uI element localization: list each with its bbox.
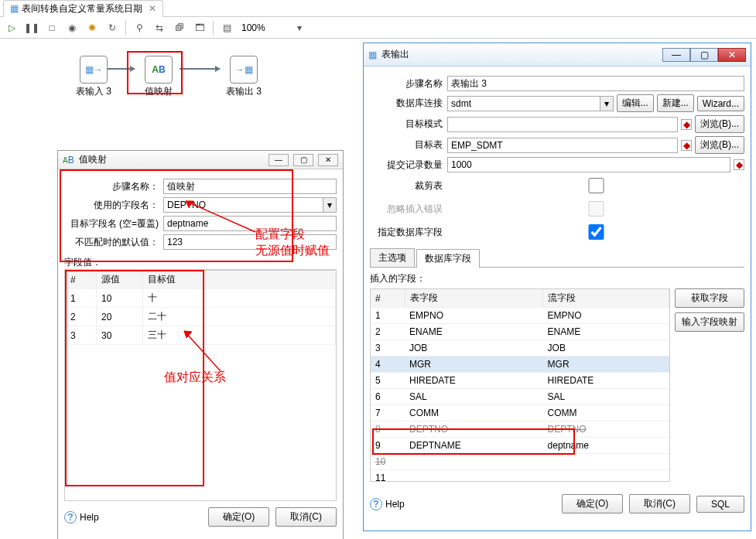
col-header-tgt[interactable]: 目标值 [143,271,336,289]
step-name-label: 步骤名称： [64,180,163,193]
stop-icon[interactable]: □ [45,21,59,35]
preview-icon[interactable]: ◉ [65,21,79,35]
new-connection-button[interactable]: 新建... [657,94,694,112]
col-header-idx[interactable]: # [371,289,405,308]
maximize-button[interactable]: ▢ [690,48,718,62]
explore-icon[interactable]: 🗔 [193,21,207,35]
transform-icon: ▦ [10,3,19,14]
target-table-label: 目标表 [370,138,447,152]
use-field-input[interactable] [163,197,323,213]
table-row[interactable]: 1EMPNOEMPNO [371,308,669,324]
toolbar: ▷ ❚❚ □ ◉ ✺ ↻ ⚲ ⇆ 🗊 🗔 ▤ ▾ [0,17,756,39]
table-row[interactable]: 8DEPTNODEPTNO [371,421,669,438]
fields-grid[interactable]: # 表字段 流字段 1EMPNOEMPNO2ENAMEENAME3JOBJOB4… [370,288,670,482]
target-field-input[interactable] [163,216,337,231]
table-row[interactable]: 9DEPTNAMEdeptname [371,438,669,454]
zoom-input[interactable] [240,22,286,34]
step-value-mapper[interactable]: AB 值映射 [132,56,186,98]
default-value-input[interactable] [163,234,337,250]
col-header-table-field[interactable]: 表字段 [405,289,543,308]
db-connection-input[interactable] [447,96,600,111]
step-label: 值映射 [132,85,186,98]
close-button[interactable]: ✕ [718,48,746,62]
get-fields-button[interactable]: 获取字段 [675,288,744,308]
use-field-label: 使用的字段名： [64,199,163,212]
impact-icon[interactable]: ⇆ [152,21,166,35]
table-row[interactable]: 5HIREDATEHIREDATE [371,373,669,389]
target-schema-input[interactable] [447,117,678,132]
ok-button[interactable]: 确定(O) [562,494,623,513]
run-icon[interactable]: ▷ [5,21,19,35]
input-field-mapping-button[interactable]: 输入字段映射 [675,312,744,332]
variable-icon[interactable]: ◆ [681,119,692,130]
table-output-icon: ▦ [368,49,377,60]
help-button[interactable]: ?Help [370,498,405,510]
pause-icon[interactable]: ❚❚ [25,21,39,35]
sql-icon[interactable]: 🗊 [173,21,186,35]
step-name-input[interactable] [163,179,337,194]
col-header-stream-field[interactable]: 流字段 [543,289,669,308]
commit-size-input[interactable] [447,157,730,172]
table-row[interactable]: 330三十 [66,326,336,345]
table-output-dialog: ▦ 表输出 — ▢ ✕ 步骤名称 数据库连接 ▾ 编辑... 新建... Wiz… [363,43,751,531]
dialog-title: 表输出 [381,48,409,61]
col-header-src[interactable]: 源值 [97,271,143,289]
tab-main-options[interactable]: 主选项 [370,248,415,267]
value-mapper-dialog: AB 值映射 — ▢ ✕ 步骤名称： 使用的字段名： ▾ 目标字段名 (空=覆盖… [57,150,344,539]
commit-size-label: 提交记录数量 [370,159,447,172]
dropdown-icon[interactable]: ▾ [600,96,614,111]
table-input-icon: ▦→ [80,56,108,84]
editor-tabbar: ▦ 表间转换自定义常量系统日期 ✕ [0,0,756,17]
wizard-button[interactable]: Wizard... [697,96,744,111]
maximize-button[interactable]: ▢ [293,154,313,166]
specify-fields-checkbox[interactable] [450,224,742,240]
step-table-input[interactable]: ▦→ 表输入 3 [67,56,121,98]
debug-icon[interactable]: ✺ [85,21,99,35]
transformation-canvas[interactable]: ▦→ 表输入 3 AB 值映射 →▦ 表输出 3 [0,39,356,131]
truncate-label: 裁剪表 [370,179,447,193]
col-header-idx[interactable]: # [66,271,97,289]
table-row[interactable]: 11 [371,470,669,483]
target-field-label: 目标字段名 (空=覆盖) [64,217,163,230]
value-map-grid[interactable]: # 源值 目标值 110十220二十330三十 [64,269,337,501]
edit-connection-button[interactable]: 编辑... [617,94,654,112]
cancel-button[interactable]: 取消(C) [629,494,690,513]
dialog-title: 值映射 [79,153,107,166]
help-button[interactable]: ?Help [64,511,99,524]
editor-tab[interactable]: ▦ 表间转换自定义常量系统日期 ✕ [3,0,163,17]
step-name-label: 步骤名称 [370,77,447,90]
cancel-button[interactable]: 取消(C) [275,507,337,527]
table-row[interactable]: 6SALSAL [371,389,669,405]
target-table-input[interactable] [447,138,678,153]
replay-icon[interactable]: ↻ [105,21,119,35]
sql-button[interactable]: SQL [696,496,744,513]
minimize-button[interactable]: — [269,154,289,166]
table-row[interactable]: 7COMMCOMM [371,405,669,421]
value-mapper-icon: AB [63,155,74,165]
browse-table-button[interactable]: 浏览(B)... [695,136,744,154]
dropdown-icon[interactable]: ▾ [323,197,337,213]
verify-icon[interactable]: ⚲ [132,21,146,35]
table-row[interactable]: 4MGRMGR [371,356,669,373]
table-row[interactable]: 220二十 [66,308,336,326]
align-icon[interactable]: ▤ [220,21,234,35]
step-name-input[interactable] [447,76,744,91]
close-button[interactable]: ✕ [318,154,338,166]
step-table-output[interactable]: →▦ 表输出 3 [217,56,271,98]
specify-fields-label: 指定数据库字段 [370,226,447,239]
minimize-button[interactable]: — [662,48,690,62]
table-row[interactable]: 2ENAMEENAME [371,324,669,340]
truncate-checkbox[interactable] [450,178,742,193]
default-value-label: 不匹配时的默认值： [64,236,163,249]
variable-icon[interactable]: ◆ [734,159,744,170]
variable-icon[interactable]: ◆ [681,140,692,151]
tab-database-fields[interactable]: 数据库字段 [416,249,480,268]
zoom-dropdown-icon[interactable]: ▾ [292,21,306,35]
table-row[interactable]: 10 [371,454,669,470]
browse-schema-button[interactable]: 浏览(B)... [695,115,744,133]
table-row[interactable]: 110十 [66,289,336,308]
editor-tab-title: 表间转换自定义常量系统日期 [22,2,142,15]
close-icon[interactable]: ✕ [149,3,156,14]
ok-button[interactable]: 确定(O) [208,507,269,527]
table-row[interactable]: 3JOBJOB [371,340,669,356]
